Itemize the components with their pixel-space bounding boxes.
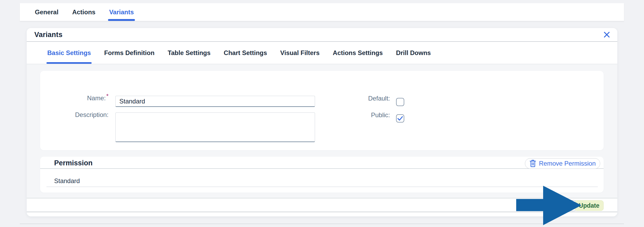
description-input[interactable]	[115, 112, 315, 142]
close-button[interactable]	[602, 30, 612, 39]
tab-visual-filters[interactable]: Visual Filters	[280, 42, 319, 64]
settings-tab-bar: Basic Settings Forms Definition Table Se…	[27, 42, 617, 64]
tab-basic-settings-label: Basic Settings	[47, 49, 91, 57]
trash-icon	[529, 160, 536, 167]
update-button-label: Update	[579, 202, 599, 209]
remove-permission-button[interactable]: Remove Permission	[525, 158, 600, 169]
tab-actions-settings[interactable]: Actions Settings	[333, 42, 383, 64]
tab-chart-settings[interactable]: Chart Settings	[224, 42, 267, 64]
panel-footer: Update	[27, 198, 617, 212]
basic-settings-content: Name:* Description: Default: Public:	[27, 64, 617, 198]
public-label: Public:	[332, 111, 390, 119]
tab-variants[interactable]: Variants	[109, 3, 134, 21]
tab-general[interactable]: General	[35, 3, 58, 21]
name-label: Name:*	[40, 94, 109, 102]
tab-visual-filters-label: Visual Filters	[280, 49, 319, 57]
panel-header: Variants	[27, 28, 617, 42]
public-checkbox[interactable]	[396, 114, 404, 122]
page-bottom-divider	[20, 224, 624, 224]
tab-general-label: General	[35, 8, 58, 16]
permission-card: Permission Remove Permission Standard	[40, 157, 604, 193]
tab-forms-definition[interactable]: Forms Definition	[104, 42, 154, 64]
default-checkbox[interactable]	[396, 98, 404, 106]
permission-row[interactable]: Standard	[46, 175, 598, 187]
remove-permission-label: Remove Permission	[539, 160, 596, 167]
top-tab-bar: General Actions Variants	[20, 3, 624, 21]
close-icon	[603, 31, 610, 38]
tab-actions-settings-label: Actions Settings	[333, 49, 383, 57]
update-button[interactable]: Update	[575, 200, 604, 211]
tab-drill-downs[interactable]: Drill Downs	[396, 42, 431, 64]
description-label: Description:	[40, 111, 109, 119]
name-input[interactable]	[115, 96, 315, 107]
permission-title: Permission	[54, 159, 93, 167]
tab-chart-settings-label: Chart Settings	[224, 49, 267, 57]
tab-actions[interactable]: Actions	[72, 3, 95, 21]
tab-table-settings-label: Table Settings	[168, 49, 210, 57]
permission-row-name: Standard	[54, 177, 80, 185]
tab-actions-label: Actions	[72, 8, 95, 16]
default-label: Default:	[332, 94, 390, 102]
tab-selected-underline	[46, 62, 92, 64]
tab-basic-settings[interactable]: Basic Settings	[47, 42, 91, 64]
permission-header: Permission Remove Permission	[40, 157, 604, 169]
panel-title: Variants	[34, 31, 63, 39]
variants-panel: Variants Basic Settings Forms Definition…	[27, 28, 617, 216]
check-icon	[397, 116, 403, 121]
tab-selected-underline	[108, 19, 135, 21]
basic-settings-form-card: Name:* Description: Default: Public:	[40, 71, 604, 150]
required-marker: *	[106, 93, 109, 99]
tab-table-settings[interactable]: Table Settings	[168, 42, 210, 64]
tab-drill-downs-label: Drill Downs	[396, 49, 431, 57]
tab-forms-definition-label: Forms Definition	[104, 49, 154, 57]
tab-variants-label: Variants	[109, 8, 134, 16]
